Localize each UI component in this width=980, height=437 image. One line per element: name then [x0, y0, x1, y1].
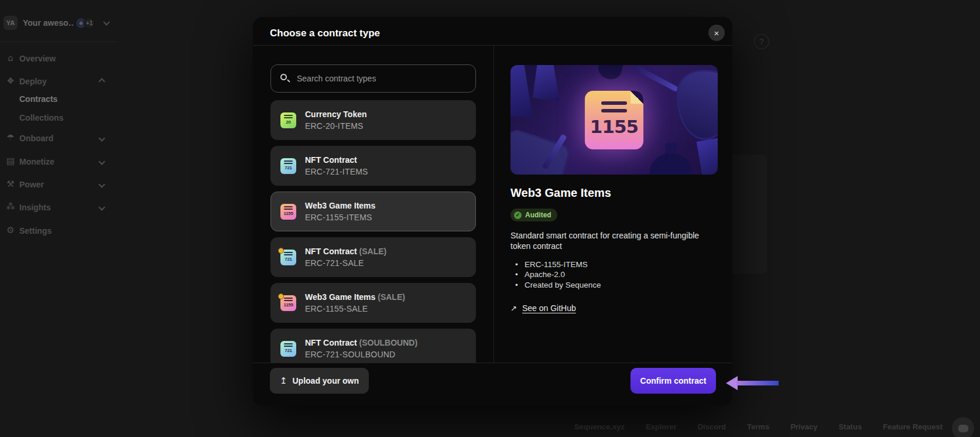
- contract-code: ERC-721-SOULBOUND: [305, 350, 417, 359]
- contract-variant: (SOULBOUND): [359, 338, 418, 347]
- attribute-item: Created by Sequence: [510, 280, 717, 291]
- contract-item-erc20-items[interactable]: 20 Currency Token ERC-20-ITEMS: [270, 100, 476, 140]
- contract-name: Web3 Game Items: [305, 201, 375, 210]
- contract-details-title: Web3 Game Items: [510, 186, 717, 200]
- contract-name: NFT Contract (SALE): [305, 247, 386, 256]
- contract-code: ERC-20-ITEMS: [305, 121, 367, 131]
- attribute-item: ERC-1155-ITEMS: [510, 260, 717, 270]
- contract-name: NFT Contract: [305, 155, 368, 165]
- external-link-icon: ↗: [510, 304, 517, 313]
- coin-icon: [278, 293, 284, 299]
- arrow-shaft: [736, 381, 779, 385]
- contract-code: ERC-1155-ITEMS: [305, 213, 375, 222]
- contract-item-erc1155-sale[interactable]: 1155 Web3 Game Items (SALE) ERC-1155-SAL…: [270, 283, 476, 323]
- contract-item-erc721-sale[interactable]: 721 NFT Contract (SALE) ERC-721-SALE: [270, 237, 476, 277]
- contract-item-erc721-items[interactable]: 721 NFT Contract ERC-721-ITEMS: [270, 146, 476, 186]
- confirm-contract-button[interactable]: Confirm contract: [631, 368, 716, 394]
- coin-icon: [278, 248, 284, 254]
- search-input[interactable]: [270, 64, 476, 93]
- erc1155-document-icon: 1155: [585, 91, 643, 149]
- contract-name: NFT Contract (SOULBOUND): [305, 338, 417, 347]
- modal-title: Choose a contract type: [270, 28, 380, 39]
- github-link[interactable]: ↗ See on GitHub: [510, 303, 576, 313]
- contract-name: Web3 Game Items (SALE): [305, 292, 405, 302]
- search-box: [270, 64, 476, 93]
- contract-description: Standard smart contract for creating a s…: [510, 230, 704, 252]
- annotation-arrow: [726, 375, 780, 391]
- upload-your-own-button[interactable]: ↥ Upload your own: [270, 368, 369, 394]
- choose-contract-modal: Choose a contract type × 20 Currency Tok…: [253, 17, 732, 405]
- erc20-token-icon: 20: [280, 112, 296, 128]
- check-icon: ✓: [514, 211, 522, 219]
- contract-list-pane: 20 Currency Token ERC-20-ITEMS 721 NFT C…: [253, 45, 494, 363]
- contract-attributes-list: ERC-1155-ITEMS Apache-2.0 Created by Seq…: [510, 260, 717, 291]
- contract-name: Currency Token: [305, 110, 367, 119]
- contract-item-erc721-soulbound[interactable]: 721 NFT Contract (SOULBOUND) ERC-721-SOU…: [270, 329, 476, 363]
- erc1155-sale-icon: 1155: [280, 295, 296, 311]
- attribute-item: Apache-2.0: [510, 269, 717, 280]
- contract-code: ERC-721-SALE: [305, 258, 386, 268]
- close-icon[interactable]: ×: [708, 25, 725, 41]
- contract-code: ERC-1155-SALE: [305, 304, 405, 313]
- erc721-token-icon: 721: [280, 158, 296, 174]
- contract-item-erc1155-items[interactable]: 1155 Web3 Game Items ERC-1155-ITEMS: [270, 192, 476, 231]
- search-icon: [280, 74, 287, 80]
- contract-variant: (SALE): [359, 247, 387, 256]
- contract-details-pane: 1155 Web3 Game Items ✓ Audited Standard …: [494, 45, 732, 363]
- arrow-head: [726, 376, 738, 390]
- contract-variant: (SALE): [378, 292, 405, 302]
- contract-code: ERC-721-ITEMS: [305, 167, 368, 176]
- audited-badge: ✓ Audited: [510, 209, 557, 221]
- contract-hero-image: 1155: [510, 65, 718, 175]
- erc1155-token-icon: 1155: [280, 204, 296, 220]
- upload-icon: ↥: [280, 375, 287, 386]
- audited-label: Audited: [525, 211, 551, 219]
- erc721-soulbound-icon: 721: [280, 341, 296, 357]
- erc721-sale-icon: 721: [280, 250, 296, 265]
- footer-divider: [253, 363, 732, 363]
